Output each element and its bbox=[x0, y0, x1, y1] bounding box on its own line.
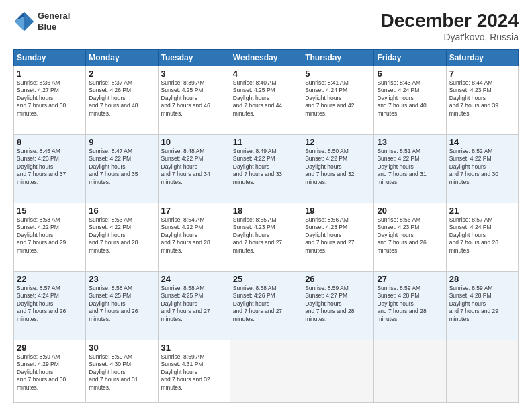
day-number: 7 bbox=[449, 68, 515, 79]
calendar-cell bbox=[230, 340, 302, 402]
day-info: Sunrise: 8:57 AMSunset: 4:24 PMDaylight … bbox=[17, 285, 66, 322]
calendar-cell: 30Sunrise: 8:59 AMSunset: 4:30 PMDayligh… bbox=[86, 340, 158, 402]
calendar-cell: 31Sunrise: 8:59 AMSunset: 4:31 PMDayligh… bbox=[158, 340, 230, 402]
day-header-friday: Friday bbox=[374, 49, 446, 66]
day-info: Sunrise: 8:53 AMSunset: 4:22 PMDaylight … bbox=[17, 216, 66, 254]
logo-line2: Blue bbox=[38, 21, 70, 32]
day-number: 13 bbox=[377, 137, 443, 147]
day-info: Sunrise: 8:59 AMSunset: 4:27 PMDaylight … bbox=[305, 285, 354, 322]
day-number: 31 bbox=[161, 342, 227, 353]
day-number: 6 bbox=[377, 68, 443, 79]
calendar-cell: 29Sunrise: 8:59 AMSunset: 4:29 PMDayligh… bbox=[14, 340, 86, 402]
calendar-cell: 12Sunrise: 8:50 AMSunset: 4:22 PMDayligh… bbox=[302, 134, 374, 203]
day-info: Sunrise: 8:59 AMSunset: 4:29 PMDaylight … bbox=[17, 353, 66, 391]
day-number: 8 bbox=[17, 137, 83, 147]
day-info: Sunrise: 8:59 AMSunset: 4:31 PMDaylight … bbox=[161, 353, 210, 391]
day-info: Sunrise: 8:53 AMSunset: 4:22 PMDaylight … bbox=[89, 216, 138, 254]
day-number: 2 bbox=[89, 68, 154, 79]
calendar-cell: 6Sunrise: 8:43 AMSunset: 4:24 PMDaylight… bbox=[374, 66, 446, 134]
calendar-week-row: 8Sunrise: 8:45 AMSunset: 4:23 PMDaylight… bbox=[14, 134, 519, 203]
day-info: Sunrise: 8:49 AMSunset: 4:22 PMDaylight … bbox=[233, 148, 282, 185]
calendar-week-row: 22Sunrise: 8:57 AMSunset: 4:24 PMDayligh… bbox=[14, 271, 519, 340]
calendar-body: 1Sunrise: 8:36 AMSunset: 4:27 PMDaylight… bbox=[14, 66, 519, 402]
day-info: Sunrise: 8:41 AMSunset: 4:24 PMDaylight … bbox=[305, 79, 354, 117]
calendar-cell: 28Sunrise: 8:59 AMSunset: 4:28 PMDayligh… bbox=[446, 271, 518, 340]
calendar-cell: 27Sunrise: 8:59 AMSunset: 4:28 PMDayligh… bbox=[374, 271, 446, 340]
calendar-cell: 14Sunrise: 8:52 AMSunset: 4:22 PMDayligh… bbox=[446, 134, 518, 203]
calendar-cell: 10Sunrise: 8:48 AMSunset: 4:22 PMDayligh… bbox=[158, 134, 230, 203]
day-number: 29 bbox=[17, 342, 83, 353]
calendar-cell: 23Sunrise: 8:58 AMSunset: 4:25 PMDayligh… bbox=[86, 271, 158, 340]
day-number: 10 bbox=[161, 137, 227, 147]
day-info: Sunrise: 8:39 AMSunset: 4:25 PMDaylight … bbox=[161, 79, 210, 117]
calendar-cell: 21Sunrise: 8:57 AMSunset: 4:24 PMDayligh… bbox=[446, 203, 518, 271]
calendar-cell: 1Sunrise: 8:36 AMSunset: 4:27 PMDaylight… bbox=[14, 66, 86, 134]
day-info: Sunrise: 8:59 AMSunset: 4:28 PMDaylight … bbox=[377, 285, 426, 322]
day-info: Sunrise: 8:58 AMSunset: 4:25 PMDaylight … bbox=[161, 285, 210, 322]
calendar-cell: 22Sunrise: 8:57 AMSunset: 4:24 PMDayligh… bbox=[14, 271, 86, 340]
calendar-week-row: 1Sunrise: 8:36 AMSunset: 4:27 PMDaylight… bbox=[14, 66, 519, 134]
day-info: Sunrise: 8:58 AMSunset: 4:25 PMDaylight … bbox=[89, 285, 138, 322]
calendar-cell: 26Sunrise: 8:59 AMSunset: 4:27 PMDayligh… bbox=[302, 271, 374, 340]
day-number: 25 bbox=[233, 274, 299, 284]
day-header-saturday: Saturday bbox=[446, 49, 518, 66]
day-number: 5 bbox=[305, 68, 371, 79]
day-header-tuesday: Tuesday bbox=[158, 49, 230, 66]
day-info: Sunrise: 8:45 AMSunset: 4:23 PMDaylight … bbox=[17, 148, 66, 185]
calendar-cell: 8Sunrise: 8:45 AMSunset: 4:23 PMDaylight… bbox=[14, 134, 86, 203]
day-number: 27 bbox=[377, 274, 443, 284]
day-info: Sunrise: 8:59 AMSunset: 4:28 PMDaylight … bbox=[449, 285, 498, 322]
calendar-cell: 15Sunrise: 8:53 AMSunset: 4:22 PMDayligh… bbox=[14, 203, 86, 271]
calendar-cell: 11Sunrise: 8:49 AMSunset: 4:22 PMDayligh… bbox=[230, 134, 302, 203]
day-info: Sunrise: 8:56 AMSunset: 4:23 PMDaylight … bbox=[377, 216, 426, 254]
day-info: Sunrise: 8:44 AMSunset: 4:23 PMDaylight … bbox=[449, 79, 498, 117]
day-info: Sunrise: 8:48 AMSunset: 4:22 PMDaylight … bbox=[161, 148, 210, 185]
day-number: 16 bbox=[89, 205, 154, 216]
day-number: 23 bbox=[89, 274, 154, 284]
header: General Blue December 2024 Dyat'kovo, Ru… bbox=[13, 11, 519, 42]
day-header-monday: Monday bbox=[86, 49, 158, 66]
day-info: Sunrise: 8:51 AMSunset: 4:22 PMDaylight … bbox=[377, 148, 426, 185]
subtitle: Dyat'kovo, Russia bbox=[381, 32, 519, 42]
day-info: Sunrise: 8:47 AMSunset: 4:22 PMDaylight … bbox=[89, 148, 138, 185]
calendar-cell: 3Sunrise: 8:39 AMSunset: 4:25 PMDaylight… bbox=[158, 66, 230, 134]
day-number: 20 bbox=[377, 205, 443, 216]
calendar-cell: 2Sunrise: 8:37 AMSunset: 4:26 PMDaylight… bbox=[86, 66, 158, 134]
day-header-wednesday: Wednesday bbox=[230, 49, 302, 66]
day-number: 15 bbox=[17, 205, 83, 216]
day-number: 24 bbox=[161, 274, 227, 284]
calendar-cell: 9Sunrise: 8:47 AMSunset: 4:22 PMDaylight… bbox=[86, 134, 158, 203]
day-info: Sunrise: 8:59 AMSunset: 4:30 PMDaylight … bbox=[89, 353, 138, 391]
day-number: 30 bbox=[89, 342, 154, 353]
day-number: 19 bbox=[305, 205, 371, 216]
calendar-header-row: SundayMondayTuesdayWednesdayThursdayFrid… bbox=[14, 49, 519, 66]
day-info: Sunrise: 8:37 AMSunset: 4:26 PMDaylight … bbox=[89, 79, 138, 117]
logo-text: General Blue bbox=[38, 11, 70, 32]
day-header-thursday: Thursday bbox=[302, 49, 374, 66]
calendar-cell: 7Sunrise: 8:44 AMSunset: 4:23 PMDaylight… bbox=[446, 66, 518, 134]
logo-line1: General bbox=[38, 11, 70, 21]
day-info: Sunrise: 8:52 AMSunset: 4:22 PMDaylight … bbox=[449, 148, 498, 185]
logo: General Blue bbox=[13, 11, 70, 32]
day-number: 3 bbox=[161, 68, 227, 79]
day-number: 18 bbox=[233, 205, 299, 216]
calendar-cell bbox=[374, 340, 446, 402]
calendar-cell: 19Sunrise: 8:56 AMSunset: 4:23 PMDayligh… bbox=[302, 203, 374, 271]
day-number: 28 bbox=[449, 274, 515, 284]
logo-icon bbox=[13, 11, 35, 32]
calendar-cell: 18Sunrise: 8:55 AMSunset: 4:23 PMDayligh… bbox=[230, 203, 302, 271]
day-info: Sunrise: 8:56 AMSunset: 4:23 PMDaylight … bbox=[305, 216, 354, 254]
day-info: Sunrise: 8:43 AMSunset: 4:24 PMDaylight … bbox=[377, 79, 426, 117]
day-number: 12 bbox=[305, 137, 371, 147]
day-info: Sunrise: 8:54 AMSunset: 4:22 PMDaylight … bbox=[161, 216, 210, 254]
calendar-cell bbox=[446, 340, 518, 402]
calendar-week-row: 15Sunrise: 8:53 AMSunset: 4:22 PMDayligh… bbox=[14, 203, 519, 271]
day-number: 14 bbox=[449, 137, 515, 147]
main-title: December 2024 bbox=[381, 11, 519, 32]
day-info: Sunrise: 8:36 AMSunset: 4:27 PMDaylight … bbox=[17, 79, 66, 117]
calendar-cell: 20Sunrise: 8:56 AMSunset: 4:23 PMDayligh… bbox=[374, 203, 446, 271]
day-number: 11 bbox=[233, 137, 299, 147]
calendar-cell bbox=[302, 340, 374, 402]
day-number: 17 bbox=[161, 205, 227, 216]
day-header-sunday: Sunday bbox=[14, 49, 86, 66]
